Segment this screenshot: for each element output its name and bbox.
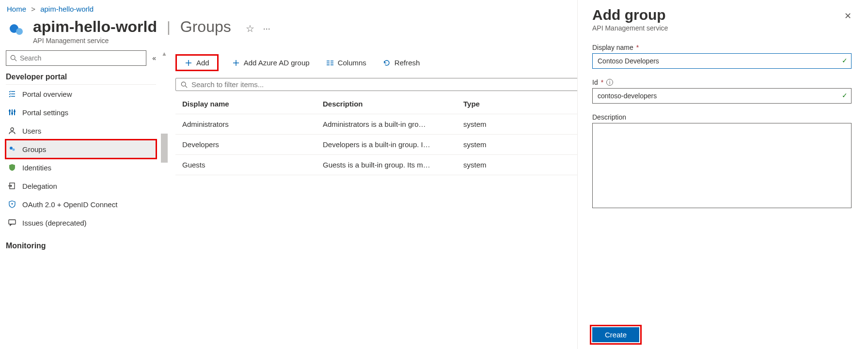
nav-item-groups[interactable]: Groups xyxy=(6,140,156,158)
sidebar-search-input[interactable] xyxy=(20,54,142,62)
scroll-thumb[interactable] xyxy=(161,134,168,163)
oauth-icon xyxy=(8,200,16,209)
refresh-label: Refresh xyxy=(395,59,420,67)
required-indicator: * xyxy=(636,44,639,51)
field-id: Id* i ✓ xyxy=(592,78,852,104)
add-button[interactable]: Add xyxy=(175,54,219,71)
nav-label: Portal overview xyxy=(22,90,72,98)
nav-label: Identities xyxy=(22,164,51,172)
nav-item-identities[interactable]: Identities xyxy=(6,158,156,177)
svg-point-26 xyxy=(181,82,186,86)
add-label: Add xyxy=(196,59,209,67)
nav-label: Delegation xyxy=(22,182,57,190)
plus-icon xyxy=(232,59,240,67)
display-name-label: Display name* xyxy=(592,44,852,51)
nav-item-delegation[interactable]: Delegation xyxy=(6,177,156,195)
description-label: Description xyxy=(592,113,852,121)
breadcrumb-home[interactable]: Home xyxy=(7,5,26,13)
panel-subtitle: API Management service xyxy=(592,24,852,32)
nav-item-users[interactable]: Users xyxy=(6,121,156,140)
nav-label: OAuth 2.0 + OpenID Connect xyxy=(22,200,117,209)
svg-line-3 xyxy=(15,59,16,61)
id-label: Id* i xyxy=(592,78,852,86)
resource-name: apim-hello-world xyxy=(33,18,157,36)
check-icon: ✓ xyxy=(842,57,848,64)
title-divider: | xyxy=(167,19,171,35)
create-button[interactable]: Create xyxy=(592,327,639,342)
field-display-name: Display name* ✓ xyxy=(592,44,852,69)
cell-name: Administrators xyxy=(175,114,316,135)
user-icon xyxy=(8,126,16,135)
checklist-icon xyxy=(8,90,16,98)
search-icon xyxy=(181,81,188,88)
apim-icon xyxy=(7,20,26,39)
columns-button[interactable]: Columns xyxy=(323,57,369,69)
cell-desc: Administrators is a built-in gro… xyxy=(316,114,457,135)
svg-rect-15 xyxy=(9,220,16,224)
description-input[interactable] xyxy=(592,123,852,208)
panel-title: Add group xyxy=(592,7,666,23)
collapse-sidebar-icon[interactable]: « xyxy=(152,54,156,62)
search-icon xyxy=(10,55,17,61)
shield-icon xyxy=(8,163,16,172)
svg-point-1 xyxy=(16,28,23,35)
more-icon[interactable]: ··· xyxy=(263,24,270,34)
add-ad-label: Add Azure AD group xyxy=(244,59,310,67)
nav-item-portal-overview[interactable]: Portal overview xyxy=(6,85,156,103)
svg-point-14 xyxy=(12,203,13,205)
cell-desc: Guests is a built-in group. Its m… xyxy=(316,155,457,175)
id-input[interactable] xyxy=(592,88,852,104)
refresh-icon xyxy=(383,59,391,67)
sidebar-scrollbar[interactable]: ▲ xyxy=(160,50,169,341)
nav-list: Portal overview Portal settings Users Gr… xyxy=(6,84,156,232)
nav-section-monitoring: Monitoring xyxy=(6,242,156,250)
svg-point-11 xyxy=(10,147,13,150)
sidebar: « Developer portal Portal overview Porta… xyxy=(0,50,160,341)
svg-point-2 xyxy=(11,55,15,60)
sliders-icon xyxy=(8,108,16,117)
info-icon[interactable]: i xyxy=(606,79,613,86)
col-display-name[interactable]: Display name xyxy=(175,94,316,114)
svg-point-12 xyxy=(13,149,15,151)
chat-icon xyxy=(8,218,16,227)
section-title: Groups xyxy=(180,18,231,36)
svg-point-8 xyxy=(11,112,13,114)
nav-label: Groups xyxy=(22,145,46,153)
delegation-icon xyxy=(8,182,16,190)
required-indicator: * xyxy=(601,78,603,86)
check-icon: ✓ xyxy=(842,91,848,99)
col-description[interactable]: Description xyxy=(316,94,457,114)
svg-line-27 xyxy=(185,86,187,88)
nav-item-portal-settings[interactable]: Portal settings xyxy=(6,103,156,121)
nav-section-developer-portal: Developer portal xyxy=(6,73,156,81)
refresh-button[interactable]: Refresh xyxy=(380,57,423,69)
display-name-input[interactable] xyxy=(592,53,852,69)
svg-point-7 xyxy=(9,110,11,112)
plus-icon xyxy=(185,59,192,67)
add-group-panel: Add group ✕ API Management service Displ… xyxy=(577,0,868,349)
add-ad-group-button[interactable]: Add Azure AD group xyxy=(229,57,313,69)
svg-point-9 xyxy=(14,110,16,112)
close-icon[interactable]: ✕ xyxy=(844,11,852,21)
breadcrumb-current[interactable]: apim-hello-world xyxy=(40,5,94,13)
favorite-star-icon[interactable]: ☆ xyxy=(246,23,254,34)
sidebar-search[interactable] xyxy=(6,50,146,66)
field-description: Description xyxy=(592,113,852,210)
svg-point-10 xyxy=(11,128,14,131)
cell-name: Developers xyxy=(175,135,316,155)
resource-type: API Management service xyxy=(33,37,270,45)
columns-label: Columns xyxy=(338,59,366,67)
group-icon xyxy=(8,145,16,153)
cell-name: Guests xyxy=(175,155,316,175)
columns-icon xyxy=(326,59,334,67)
breadcrumb-separator: > xyxy=(28,5,38,13)
scroll-up-icon[interactable]: ▲ xyxy=(161,50,167,57)
nav-label: Users xyxy=(22,127,41,135)
nav-label: Portal settings xyxy=(22,108,68,117)
nav-item-oauth[interactable]: OAuth 2.0 + OpenID Connect xyxy=(6,195,156,213)
cell-desc: Developers is a built-in group. I… xyxy=(316,135,457,155)
nav-label: Issues (deprecated) xyxy=(22,219,87,227)
nav-item-issues[interactable]: Issues (deprecated) xyxy=(6,213,156,232)
